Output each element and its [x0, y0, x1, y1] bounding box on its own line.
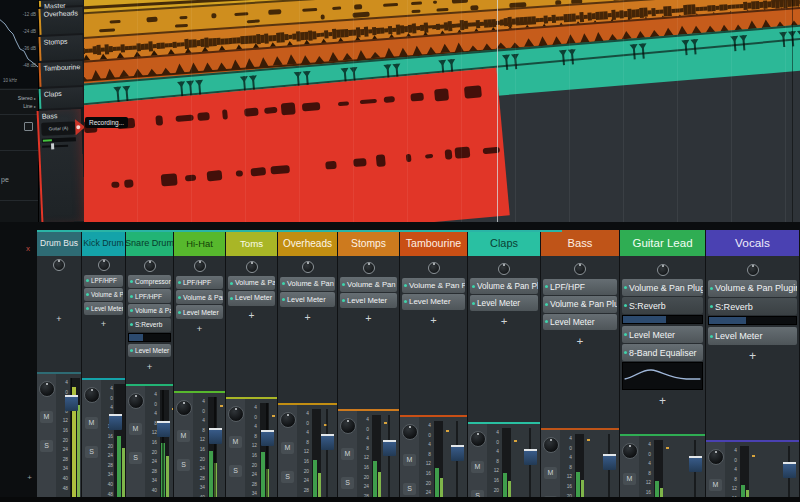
gain-knob-icon[interactable] [302, 261, 314, 273]
pan-knob[interactable] [228, 406, 244, 422]
channel-name-header[interactable]: Guitar Lead [620, 230, 705, 256]
insert-chip[interactable]: S:Reverb [622, 297, 703, 314]
fader-handle[interactable] [783, 462, 796, 478]
track-input-box[interactable]: Guitar (A) [41, 121, 76, 135]
insert-chip[interactable]: Level Meter [708, 327, 797, 344]
fader-handle[interactable] [157, 421, 170, 437]
mixer-channel-strip[interactable]: Kick Drum LPF/HPFVolume & Pan PluginLeve… [82, 230, 126, 502]
insert-chip[interactable]: Volume & Pan Plugin [543, 296, 617, 313]
channel-name-header[interactable]: Claps [468, 230, 540, 256]
add-insert-button[interactable]: + [128, 361, 171, 372]
insert-chip[interactable]: S:Reverb [128, 318, 171, 331]
insert-chip[interactable]: Level Meter [280, 292, 335, 307]
fader-handle[interactable] [689, 456, 702, 472]
fader-handle[interactable] [524, 449, 537, 465]
mixer-channel-strip[interactable]: Stomps Volume & Pan PluginLevel Meter+ M… [338, 230, 400, 502]
add-insert-button[interactable]: + [708, 349, 797, 363]
insert-chip[interactable]: Volume & Pan Plugin [340, 277, 397, 292]
mute-button[interactable]: M [403, 454, 416, 466]
insert-chip[interactable]: LPF/HPF [128, 289, 171, 302]
pan-knob[interactable] [622, 443, 638, 459]
pan-knob[interactable] [39, 381, 55, 397]
insert-chip[interactable]: Level Meter [622, 326, 703, 343]
insert-chip[interactable]: Volume & Pan Plugin [84, 288, 123, 301]
insert-chip[interactable]: Volume & Pan Plugin [622, 279, 703, 296]
mixer-channel-strip[interactable]: Tambourine Volume & Pan PluginLevel Mete… [400, 230, 468, 502]
fader-handle[interactable] [65, 395, 78, 411]
insert-chip[interactable]: Level Meter [128, 344, 171, 357]
channel-name-header[interactable]: Kick Drum [82, 230, 125, 256]
insert-chip[interactable]: Volume & Pan Plugin [708, 280, 797, 297]
gain-knob-icon[interactable] [428, 262, 440, 274]
channel-name-header[interactable]: Bass [541, 230, 619, 256]
mixer-channel-strip[interactable]: Claps Volume & Pan PluginLevel Meter+ M … [468, 230, 541, 502]
gain-knob-icon[interactable] [53, 259, 65, 271]
mixer-channel-strip[interactable]: Guitar Lead Volume & Pan PluginS:ReverbL… [620, 230, 706, 502]
add-insert-button[interactable]: + [402, 314, 465, 326]
fader-track[interactable] [388, 415, 390, 500]
insert-chip[interactable]: Volume & Pan Plugin [280, 277, 335, 292]
fader-handle[interactable] [603, 454, 616, 470]
channel-name-header[interactable]: Drum Bus [37, 230, 81, 256]
track-header[interactable]: Tambourine [38, 61, 83, 87]
add-insert-button[interactable]: + [543, 334, 617, 347]
mute-button[interactable]: M [40, 411, 53, 423]
fader-handle[interactable] [261, 430, 274, 446]
insert-chip[interactable]: Volume & Pan Plugin [176, 290, 223, 304]
playhead-cursor[interactable] [497, 0, 498, 222]
add-insert-button[interactable]: + [280, 311, 335, 323]
fader-track[interactable] [326, 409, 328, 500]
pan-knob[interactable] [176, 400, 192, 416]
insert-chip[interactable]: Volume & Pan Plugin [228, 276, 275, 290]
fader-track[interactable] [266, 403, 268, 500]
mute-button[interactable]: M [709, 479, 722, 491]
pan-knob[interactable] [128, 393, 144, 409]
insert-chip[interactable]: LPF/HPF [176, 276, 223, 290]
mute-button[interactable]: M [341, 448, 354, 460]
solo-button[interactable]: S [281, 471, 294, 483]
mute-button[interactable]: M [281, 442, 294, 454]
mixer-channel-strip[interactable]: Bass LPF/HPFVolume & Pan PluginLevel Met… [541, 230, 620, 502]
fader-handle[interactable] [109, 414, 122, 430]
gain-knob-icon[interactable] [194, 260, 206, 272]
solo-button[interactable]: S [40, 440, 53, 452]
insert-chip[interactable]: LPF/HPF [84, 275, 123, 288]
close-icon[interactable]: x [26, 244, 30, 253]
solo-button[interactable]: S [229, 465, 242, 477]
mixer-channel-strip[interactable]: Vocals Volume & Pan PluginS:ReverbLevel … [706, 230, 800, 502]
mute-button[interactable]: M [471, 461, 484, 473]
insert-chip[interactable]: Volume & Pan Plugin [128, 304, 171, 317]
channel-name-header[interactable]: Overheads [278, 230, 337, 256]
insert-chip[interactable]: Level Meter [543, 314, 617, 331]
fader-handle[interactable] [451, 445, 464, 461]
solo-button[interactable]: S [129, 452, 142, 464]
pan-knob[interactable] [84, 387, 100, 403]
mixer-channel-strip[interactable]: Drum Bus M S 40481216202428344048 + [37, 230, 82, 502]
mute-button[interactable]: M [129, 423, 142, 435]
pan-knob[interactable] [280, 412, 296, 428]
insert-chip[interactable]: LPF/HPF [543, 279, 617, 296]
gain-knob-icon[interactable] [144, 260, 156, 272]
pan-knob[interactable] [470, 431, 486, 447]
io-row-label[interactable]: Line ▸ [23, 103, 36, 109]
insert-chip[interactable]: Level Meter [84, 302, 123, 315]
fader-handle[interactable] [321, 434, 334, 450]
mixer-channel-strip[interactable]: Overheads Volume & Pan PluginLevel Meter… [278, 230, 338, 502]
send-level-bar[interactable] [708, 316, 797, 325]
eq-curve-display[interactable] [622, 362, 703, 390]
track-header[interactable]: Stomps [38, 35, 83, 61]
add-insert-button[interactable]: + [176, 323, 223, 334]
add-insert-button[interactable]: + [37, 314, 81, 324]
gain-knob-icon[interactable] [246, 261, 258, 273]
mixer-channel-strip[interactable]: Hi-Hat LPF/HPFVolume & Pan PluginLevel M… [174, 230, 226, 502]
insert-chip[interactable]: Compressor [128, 275, 171, 288]
gain-knob-icon[interactable] [498, 263, 510, 275]
solo-button[interactable]: S [85, 446, 98, 458]
gain-knob-icon[interactable] [574, 263, 586, 275]
mute-button[interactable]: M [85, 417, 98, 429]
channel-name-header[interactable]: Hi-Hat [174, 230, 225, 256]
track-header[interactable]: Overheads [38, 7, 83, 35]
fader-track[interactable] [162, 390, 164, 500]
solo-button[interactable]: S [403, 483, 416, 495]
mute-button[interactable]: M [544, 467, 557, 479]
